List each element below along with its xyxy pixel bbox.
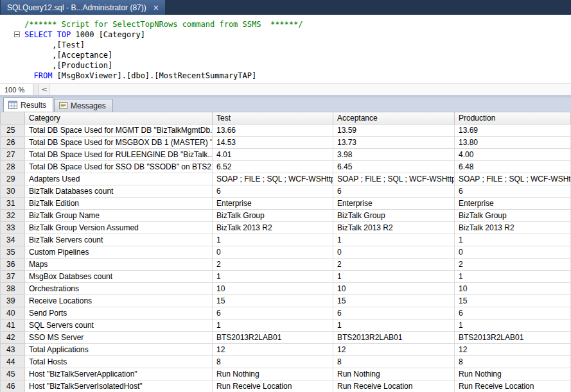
grid-cell[interactable]: 2 xyxy=(213,259,333,271)
grid-cell[interactable]: 13.80 xyxy=(455,137,571,149)
grid-cell[interactable]: 2 xyxy=(455,259,571,271)
grid-cell[interactable]: BizTalk Databases count xyxy=(25,185,213,198)
grid-cell[interactable]: 10 xyxy=(213,283,333,295)
grid-cell[interactable]: 6 xyxy=(333,185,455,198)
horizontal-scrollbar[interactable] xyxy=(50,84,571,95)
grid-cell[interactable]: Run Receive Location xyxy=(213,380,333,392)
row-number-cell[interactable]: 31 xyxy=(1,198,25,210)
grid-cell[interactable]: SQL Servers count xyxy=(25,320,213,332)
grid-cell[interactable]: 6 xyxy=(455,185,571,198)
row-number-cell[interactable]: 43 xyxy=(1,344,25,356)
grid-cell[interactable]: 1 xyxy=(333,234,455,246)
grid-cell[interactable]: 1 xyxy=(213,234,333,246)
grid-cell[interactable]: 15 xyxy=(333,295,455,307)
grid-cell[interactable]: SSO MS Server xyxy=(25,332,213,344)
grid-cell[interactable]: Total DB Space Used for SSO DB "SSODB" o… xyxy=(25,161,213,173)
grid-cell[interactable]: 6 xyxy=(333,307,455,320)
grid-cell[interactable]: 13.66 xyxy=(213,124,333,137)
grid-cell[interactable]: 1 xyxy=(333,320,455,332)
grid-cell[interactable]: Enterprise xyxy=(455,198,571,210)
row-number-cell[interactable]: 25 xyxy=(1,124,25,137)
column-header[interactable]: Acceptance xyxy=(333,112,455,124)
row-number-cell[interactable]: 28 xyxy=(1,161,25,173)
grid-cell[interactable]: Maps xyxy=(25,259,213,271)
grid-cell[interactable]: 6.45 xyxy=(333,161,455,173)
grid-cell[interactable]: Receive Locations xyxy=(25,295,213,307)
grid-cell[interactable]: BTS2013R2LAB01 xyxy=(333,332,455,344)
grid-cell[interactable]: BizTalk Group xyxy=(213,210,333,222)
sql-editor[interactable]: /****** Script for SelectTopNRows comman… xyxy=(0,15,571,83)
grid-cell[interactable]: Adapters Used xyxy=(25,173,213,185)
grid-cell[interactable]: 6 xyxy=(213,185,333,198)
row-number-cell[interactable]: 41 xyxy=(1,320,25,332)
column-header[interactable]: Category xyxy=(25,112,213,124)
grid-cell[interactable]: Run Nothing xyxy=(455,368,571,380)
grid-cell[interactable]: 8 xyxy=(213,356,333,368)
grid-cell[interactable]: BizTalk Servers count xyxy=(25,234,213,246)
grid-cell[interactable]: Run Receive Location xyxy=(455,380,571,392)
tab-messages[interactable]: Messages xyxy=(54,99,113,112)
row-number-cell[interactable]: 29 xyxy=(1,173,25,185)
grid-cell[interactable]: 0 xyxy=(455,246,571,259)
grid-cell[interactable]: 2 xyxy=(333,259,455,271)
grid-cell[interactable]: 8 xyxy=(455,356,571,368)
grid-cell[interactable]: 6 xyxy=(455,307,571,320)
row-header-corner[interactable] xyxy=(1,112,25,124)
grid-cell[interactable]: 1 xyxy=(213,320,333,332)
grid-cell[interactable]: Run Nothing xyxy=(213,368,333,380)
zoom-control[interactable]: 100 % xyxy=(0,84,33,95)
grid-cell[interactable]: 8 xyxy=(333,356,455,368)
grid-cell[interactable]: 4.01 xyxy=(213,149,333,161)
close-icon[interactable]: × xyxy=(153,4,159,12)
grid-cell[interactable]: 13.59 xyxy=(333,124,455,137)
grid-cell[interactable]: 13.73 xyxy=(333,137,455,149)
scroll-left-icon[interactable]: < xyxy=(39,84,50,95)
row-number-cell[interactable]: 26 xyxy=(1,137,25,149)
row-number-cell[interactable]: 42 xyxy=(1,332,25,344)
grid-cell[interactable]: Enterprise xyxy=(333,198,455,210)
grid-cell[interactable]: 15 xyxy=(455,295,571,307)
row-number-cell[interactable]: 32 xyxy=(1,210,25,222)
grid-cell[interactable]: Total DB Space Used for RULEENGINE DB "B… xyxy=(25,149,213,161)
grid-cell[interactable]: MsgBox Databses count xyxy=(25,271,213,283)
grid-cell[interactable]: BizTalk 2013 R2 xyxy=(455,222,571,234)
grid-cell[interactable]: 12 xyxy=(455,344,571,356)
grid-cell[interactable]: 1 xyxy=(213,271,333,283)
grid-cell[interactable]: Total DB Space Used for MSGBOX DB 1 (MAS… xyxy=(25,137,213,149)
grid-cell[interactable]: Host "BizTalkServerIsolatedHost" xyxy=(25,380,213,392)
grid-cell[interactable]: 1 xyxy=(455,320,571,332)
grid-cell[interactable]: Total Hosts xyxy=(25,356,213,368)
grid-cell[interactable]: BizTalk Group xyxy=(455,210,571,222)
grid-cell[interactable]: Send Ports xyxy=(25,307,213,320)
grid-cell[interactable]: 1 xyxy=(333,271,455,283)
grid-cell[interactable]: Host "BizTalkServerApplication" xyxy=(25,368,213,380)
grid-cell[interactable]: 12 xyxy=(333,344,455,356)
grid-cell[interactable]: 13.69 xyxy=(455,124,571,137)
grid-cell[interactable]: SOAP ; FILE ; SQL ; WCF-WSHttp xyxy=(333,173,455,185)
row-number-cell[interactable]: 38 xyxy=(1,283,25,295)
grid-cell[interactable]: 1 xyxy=(455,271,571,283)
column-header[interactable]: Test xyxy=(213,112,333,124)
row-number-cell[interactable]: 33 xyxy=(1,222,25,234)
grid-cell[interactable]: BizTalk Edition xyxy=(25,198,213,210)
column-header[interactable]: Production xyxy=(455,112,571,124)
grid-cell[interactable]: 10 xyxy=(455,283,571,295)
grid-cell[interactable]: 0 xyxy=(333,246,455,259)
grid-cell[interactable]: Run Receive Location xyxy=(333,380,455,392)
grid-cell[interactable]: Total Applications xyxy=(25,344,213,356)
row-number-cell[interactable]: 36 xyxy=(1,259,25,271)
grid-cell[interactable]: 15 xyxy=(213,295,333,307)
row-number-cell[interactable]: 39 xyxy=(1,295,25,307)
grid-cell[interactable]: Orchestrations xyxy=(25,283,213,295)
grid-cell[interactable]: BizTalk Group xyxy=(333,210,455,222)
grid-cell[interactable]: 14.53 xyxy=(213,137,333,149)
grid-cell[interactable]: Enterprise xyxy=(213,198,333,210)
tab-results[interactable]: Results xyxy=(3,98,53,112)
grid-cell[interactable]: BTS2013R2LAB01 xyxy=(455,332,571,344)
row-number-cell[interactable]: 34 xyxy=(1,234,25,246)
grid-cell[interactable]: BizTalk Group Version Assumed xyxy=(25,222,213,234)
grid-cell[interactable]: BizTalk Group Name xyxy=(25,210,213,222)
grid-cell[interactable]: 4.00 xyxy=(455,149,571,161)
grid-cell[interactable]: 1 xyxy=(455,234,571,246)
row-number-cell[interactable]: 37 xyxy=(1,271,25,283)
